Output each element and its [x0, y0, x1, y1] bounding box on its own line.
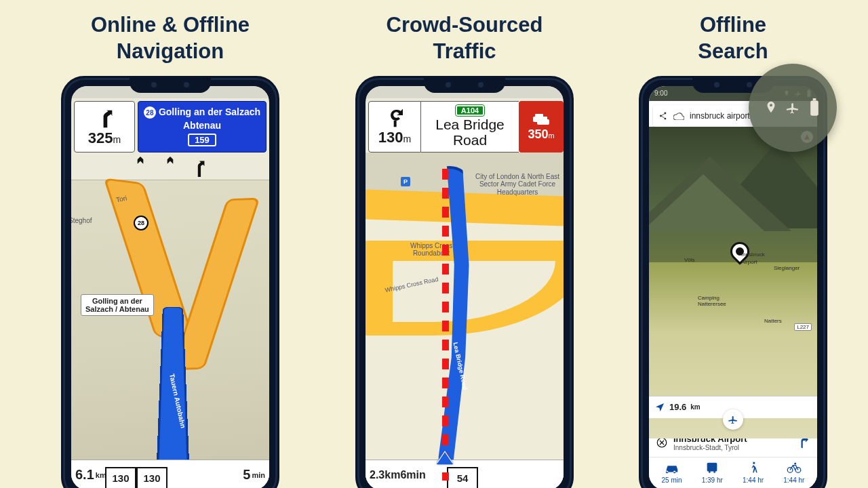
speed-display: 130 130: [105, 458, 167, 489]
svg-rect-3: [539, 117, 547, 120]
mode-walk[interactable]: 1:44 hr: [743, 462, 764, 484]
plane-icon: [728, 414, 738, 425]
map-view-1[interactable]: Tori Steghof 28 Golling an der Salzach /…: [71, 180, 269, 489]
status-highlight: [749, 64, 837, 152]
svg-point-16: [787, 467, 793, 472]
map-label: Natters: [764, 318, 782, 324]
roundabout-icon: [384, 107, 406, 129]
bottom-bar: 2.3km 54 6min: [366, 460, 564, 489]
share-icon[interactable]: [658, 111, 668, 121]
heading-search: Offline Search: [698, 0, 768, 76]
battery-icon: [807, 98, 822, 117]
plane-icon: [785, 98, 800, 117]
road-shield: L227: [794, 323, 812, 331]
bear-right-icon: [93, 106, 116, 129]
destination-subtitle: Innsbruck-Stadt, Tyrol: [673, 444, 793, 451]
turn-card: 325m: [74, 101, 135, 152]
poi-label: City of London & North East Sector Army …: [475, 173, 559, 197]
svg-rect-4: [810, 100, 818, 115]
cloud-icon: [673, 112, 684, 120]
traffic-jam-icon: [531, 111, 551, 127]
transport-modes: 25 min 1:39 hr 1:44 hr 1:44 hr: [649, 458, 817, 489]
position-arrow-icon: [437, 451, 453, 463]
svg-rect-5: [813, 98, 816, 101]
phone-mockup-1: 325m 28Golling an der Salzach Abtenau 15…: [61, 76, 279, 489]
svg-rect-2: [537, 119, 549, 125]
map-view-2[interactable]: P City of London & North East Sector Arm…: [366, 152, 564, 489]
traffic-congestion-line: [442, 169, 449, 481]
svg-point-15: [753, 462, 755, 464]
heading-navigation: Online & Offline Navigation: [91, 0, 250, 76]
svg-point-13: [709, 471, 711, 473]
map-label: Innsbruck: [741, 251, 765, 258]
heading-traffic: Crowd-Sourced Traffic: [387, 0, 543, 76]
phone-mockup-2: 130m A104 Lea BridgeRoad 350m: [355, 76, 574, 489]
bottom-bar: 6.1km 5min 130 130: [71, 460, 269, 489]
svg-point-17: [795, 467, 801, 472]
mode-car[interactable]: 25 min: [662, 462, 682, 484]
plane-knob[interactable]: [723, 409, 743, 430]
junction-shield: 28: [134, 216, 149, 230]
svg-point-10: [664, 117, 666, 119]
map-label: Völs: [684, 257, 695, 263]
lane-guidance: [71, 152, 269, 180]
traffic-card[interactable]: 350m: [519, 101, 564, 152]
search-text: innsbruck airport: [690, 111, 750, 121]
map-label: Sieglanger: [774, 265, 800, 271]
map-label: Steghof: [71, 217, 92, 224]
map-label: Airport: [741, 259, 757, 265]
highway-sign: 28Golling an der Salzach Abtenau 159: [138, 101, 267, 152]
mode-bus[interactable]: 1:39 hr: [702, 462, 723, 484]
location-arrow-icon: [654, 402, 665, 413]
road-name-card: A104 Lea BridgeRoad: [421, 101, 519, 152]
pin-icon: [764, 98, 778, 117]
svg-point-8: [660, 115, 662, 117]
map-view-3[interactable]: Innsbruck Airport Völs Sieglanger Campin…: [649, 127, 817, 418]
road-badge: A104: [456, 105, 484, 116]
map-label: Camping Natterersee: [698, 295, 726, 307]
svg-point-14: [714, 471, 716, 473]
svg-point-18: [794, 462, 796, 464]
parking-icon: P: [401, 177, 410, 186]
mode-bike[interactable]: 1:44 hr: [783, 462, 804, 484]
svg-rect-12: [707, 462, 717, 471]
road-label: Golling an der Salzach / Abtenau: [81, 294, 154, 316]
svg-point-9: [664, 112, 666, 114]
turn-card: 130m: [368, 101, 421, 152]
